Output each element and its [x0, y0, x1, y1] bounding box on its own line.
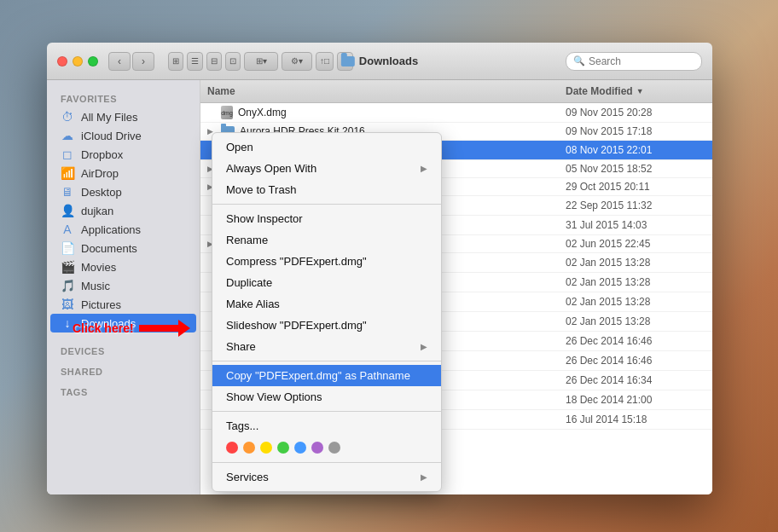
tag-yellow[interactable] — [260, 442, 272, 454]
user-icon: 👤 — [61, 204, 74, 217]
cm-separator — [212, 361, 441, 361]
cm-always-open-with[interactable]: Always Open With ▶ — [212, 158, 441, 179]
sidebar-item-label: dujkan — [81, 205, 113, 217]
file-date: 26 Dec 2014 16:46 — [559, 333, 712, 349]
action-btn[interactable]: ⚙▾ — [282, 52, 312, 71]
minimize-button[interactable] — [73, 56, 83, 66]
maximize-button[interactable] — [88, 56, 98, 66]
cm-open-label: Open — [226, 141, 253, 153]
sidebar-item-applications[interactable]: A Applications — [50, 220, 196, 239]
list-view-btn[interactable]: ☰ — [187, 52, 203, 71]
cm-always-open-with-label: Always Open With — [226, 162, 316, 175]
close-button[interactable] — [57, 56, 67, 66]
nav-buttons: ‹ › — [108, 52, 154, 71]
sidebar-item-label: AirDrop — [81, 167, 119, 180]
tags-label: Tags — [47, 380, 200, 401]
tag-blue[interactable] — [294, 442, 306, 454]
sidebar-item-documents[interactable]: 📄 Documents — [50, 239, 196, 257]
file-date: 08 Nov 2015 22:01 — [559, 142, 712, 158]
cm-tags[interactable]: Tags... — [212, 415, 441, 437]
cm-move-to-trash[interactable]: Move to Trash — [212, 179, 441, 200]
forward-button[interactable]: › — [132, 52, 154, 71]
sidebar-item-movies[interactable]: 🎬 Movies — [50, 257, 196, 276]
cm-tags-label: Tags... — [226, 419, 258, 432]
search-box[interactable]: 🔍 — [566, 52, 702, 71]
file-date: 02 Jan 2015 13:28 — [559, 275, 712, 290]
cm-slideshow-label: Slideshow "PDFExpert.dmg" — [226, 319, 367, 332]
back-button[interactable]: ‹ — [108, 52, 131, 71]
cm-tags-row — [212, 437, 441, 459]
cm-separator — [212, 204, 441, 205]
cm-move-to-trash-label: Move to Trash — [226, 183, 296, 196]
file-date: 02 Jan 2015 13:28 — [559, 314, 712, 329]
context-menu: Open Always Open With ▶ Move to Trash Sh… — [212, 132, 442, 492]
cm-show-view-options-label: Show View Options — [226, 390, 322, 403]
sidebar-item-label: Movies — [81, 261, 116, 274]
file-date: 26 Dec 2014 16:34 — [559, 373, 712, 388]
sidebar-item-label: Documents — [81, 242, 137, 255]
submenu-arrow: ▶ — [421, 342, 427, 351]
sidebar-item-pictures[interactable]: 🖼 Pictures — [50, 295, 196, 314]
documents-icon: 📄 — [61, 241, 74, 255]
tag-red[interactable] — [226, 442, 238, 454]
tag-gray[interactable] — [328, 442, 340, 454]
all-my-files-icon: ⏱ — [61, 110, 74, 124]
sidebar-item-dujkan[interactable]: 👤 dujkan — [50, 201, 196, 220]
cm-rename[interactable]: Rename — [212, 229, 441, 251]
cm-rename-label: Rename — [226, 234, 268, 246]
tag-purple[interactable] — [311, 442, 323, 454]
sort-icon: ▼ — [636, 87, 644, 95]
icloud-drive-icon: ☁ — [61, 129, 74, 142]
sidebar-item-all-my-files[interactable]: ⏱ All My Files — [50, 107, 196, 126]
cm-services[interactable]: Services ▶ — [212, 466, 441, 488]
sidebar-item-desktop[interactable]: 🖥 Desktop — [50, 182, 196, 201]
cover-flow-btn[interactable]: ⊡ — [225, 52, 241, 71]
click-here-text: Click here! — [73, 321, 134, 335]
cm-show-view-options[interactable]: Show View Options — [212, 386, 441, 408]
cm-open[interactable]: Open — [212, 136, 441, 158]
cm-slideshow[interactable]: Slideshow "PDFExpert.dmg" — [212, 315, 441, 336]
sidebar-item-label: Applications — [81, 223, 141, 236]
sidebar-item-music[interactable]: 🎵 Music — [50, 276, 196, 295]
table-row[interactable]: dmg OnyX.dmg 09 Nov 2015 20:28 — [200, 103, 712, 123]
file-date: 31 Jul 2015 14:03 — [559, 217, 712, 233]
column-view-btn[interactable]: ⊟ — [206, 52, 222, 71]
share-btn[interactable]: ↑□ — [316, 52, 334, 71]
cm-show-inspector[interactable]: Show Inspector — [212, 208, 441, 229]
file-date: 26 Dec 2014 16:46 — [559, 353, 712, 368]
search-input[interactable] — [589, 55, 694, 67]
cm-make-alias[interactable]: Make Alias — [212, 293, 441, 315]
window-title: Downloads — [341, 55, 418, 67]
cm-share[interactable]: Share ▶ — [212, 336, 441, 357]
tag-orange[interactable] — [243, 442, 255, 454]
sidebar-item-airdrop[interactable]: 📶 AirDrop — [50, 164, 196, 182]
sidebar-item-label: Music — [81, 280, 110, 292]
cm-copy-pathname[interactable]: Copy "PDFExpert.dmg" as Pathname — [212, 365, 441, 386]
sidebar-item-dropbox[interactable]: ◻ Dropbox — [50, 145, 196, 164]
sidebar-item-icloud-drive[interactable]: ☁ iCloud Drive — [50, 126, 196, 145]
cm-make-alias-label: Make Alias — [226, 298, 280, 310]
cm-duplicate[interactable]: Duplicate — [212, 272, 441, 293]
col-name-header[interactable]: Name — [200, 84, 559, 99]
arrange-btn[interactable]: ⊞▾ — [244, 52, 278, 71]
cm-compress[interactable]: Compress "PDFExpert.dmg" — [212, 251, 441, 272]
file-date: 09 Nov 2015 17:18 — [559, 124, 712, 139]
col-date-header[interactable]: Date Modified ▼ — [559, 84, 712, 99]
search-icon: 🔍 — [573, 55, 585, 66]
title-bar: ‹ › ⊞ ☰ ⊟ ⊡ ⊞▾ ⚙▾ ↑□ — [47, 43, 712, 80]
file-date: 22 Sep 2015 11:32 — [559, 198, 712, 213]
sidebar-item-label: iCloud Drive — [81, 130, 142, 142]
window-folder-icon — [341, 56, 355, 66]
traffic-lights — [57, 56, 98, 66]
file-date: 02 Jan 2015 13:28 — [559, 294, 712, 309]
file-name-cell: dmg OnyX.dmg — [200, 104, 559, 121]
cm-duplicate-label: Duplicate — [226, 276, 272, 289]
file-date: 05 Nov 2015 18:52 — [559, 161, 712, 176]
file-date: 02 Jun 2015 22:45 — [559, 236, 712, 252]
tag-green[interactable] — [277, 442, 289, 454]
view-icon-btn[interactable]: ⊞ — [168, 52, 183, 71]
cm-show-inspector-label: Show Inspector — [226, 212, 303, 225]
dmg-icon: dmg — [221, 106, 233, 119]
devices-label: Devices — [47, 339, 200, 360]
submenu-arrow: ▶ — [421, 472, 427, 482]
